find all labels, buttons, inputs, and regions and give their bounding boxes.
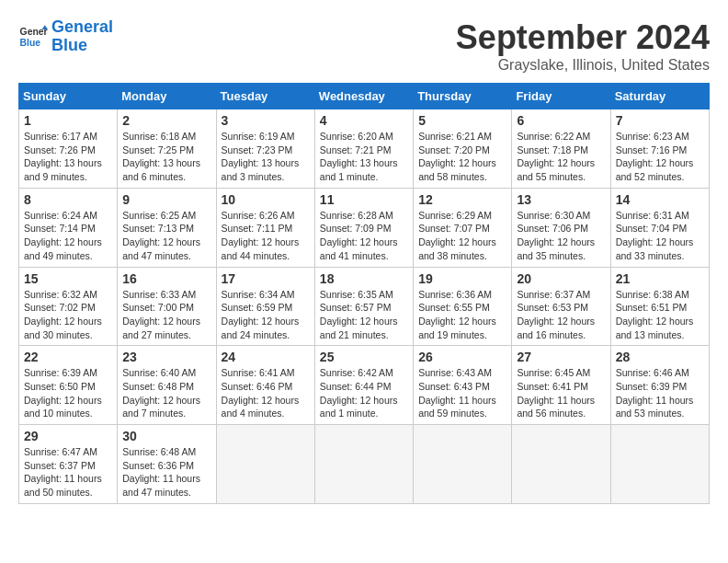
calendar-day-cell: 7Sunrise: 6:23 AM Sunset: 7:16 PM Daylig… [610,109,709,189]
day-number: 30 [122,429,210,443]
calendar-day-cell: 18Sunrise: 6:35 AM Sunset: 6:57 PM Dayli… [314,267,413,346]
day-number: 20 [517,271,605,286]
day-info: Sunrise: 6:32 AM Sunset: 7:02 PM Dayligh… [24,288,112,342]
calendar-day-cell [610,425,709,504]
calendar-day-cell: 1Sunrise: 6:17 AM Sunset: 7:26 PM Daylig… [19,109,118,189]
day-info: Sunrise: 6:47 AM Sunset: 6:37 PM Dayligh… [24,445,112,500]
calendar-day-header: Wednesday [314,84,413,109]
day-info: Sunrise: 6:26 AM Sunset: 7:11 PM Dayligh… [222,209,310,263]
calendar-day-cell: 24Sunrise: 6:41 AM Sunset: 6:46 PM Dayli… [216,346,314,425]
page-header: General Blue GeneralBlue September 2024 … [18,18,710,74]
calendar-day-cell: 29Sunrise: 6:47 AM Sunset: 6:37 PM Dayli… [19,425,118,504]
calendar-day-cell: 4Sunrise: 6:20 AM Sunset: 7:21 PM Daylig… [314,109,413,189]
calendar-day-header: Monday [118,84,216,109]
calendar-week-row: 29Sunrise: 6:47 AM Sunset: 6:37 PM Dayli… [19,425,710,504]
day-info: Sunrise: 6:45 AM Sunset: 6:41 PM Dayligh… [517,366,605,420]
day-info: Sunrise: 6:23 AM Sunset: 7:16 PM Dayligh… [616,130,704,184]
day-number: 9 [122,192,210,207]
calendar-day-cell: 9Sunrise: 6:25 AM Sunset: 7:13 PM Daylig… [118,188,216,267]
page-subtitle: Grayslake, Illinois, United States [456,57,710,74]
day-number: 22 [24,350,112,364]
day-info: Sunrise: 6:20 AM Sunset: 7:21 PM Dayligh… [320,130,408,184]
day-info: Sunrise: 6:24 AM Sunset: 7:14 PM Dayligh… [24,209,112,263]
calendar-day-header: Friday [512,84,610,109]
day-info: Sunrise: 6:42 AM Sunset: 6:44 PM Dayligh… [320,366,408,420]
day-info: Sunrise: 6:48 AM Sunset: 6:36 PM Dayligh… [122,445,210,500]
calendar-day-cell: 10Sunrise: 6:26 AM Sunset: 7:11 PM Dayli… [216,188,314,267]
day-number: 15 [24,271,112,286]
day-number: 16 [122,271,210,286]
calendar-day-cell: 27Sunrise: 6:45 AM Sunset: 6:41 PM Dayli… [512,346,610,425]
calendar-day-cell: 15Sunrise: 6:32 AM Sunset: 7:02 PM Dayli… [19,267,118,346]
calendar-day-cell: 14Sunrise: 6:31 AM Sunset: 7:04 PM Dayli… [610,188,709,267]
calendar-day-cell: 19Sunrise: 6:36 AM Sunset: 6:55 PM Dayli… [414,267,512,346]
calendar-header: SundayMondayTuesdayWednesdayThursdayFrid… [19,84,710,109]
page-title: September 2024 [456,18,710,57]
calendar-day-cell: 6Sunrise: 6:22 AM Sunset: 7:18 PM Daylig… [512,109,610,189]
calendar-day-cell: 13Sunrise: 6:30 AM Sunset: 7:06 PM Dayli… [512,188,610,267]
day-info: Sunrise: 6:43 AM Sunset: 6:43 PM Dayligh… [418,366,506,420]
logo: General Blue GeneralBlue [18,18,113,55]
day-info: Sunrise: 6:21 AM Sunset: 7:20 PM Dayligh… [418,130,506,184]
day-info: Sunrise: 6:31 AM Sunset: 7:04 PM Dayligh… [616,209,704,263]
calendar-day-header: Sunday [19,84,118,109]
calendar-day-cell: 25Sunrise: 6:42 AM Sunset: 6:44 PM Dayli… [314,346,413,425]
day-number: 1 [24,113,112,128]
calendar-day-cell: 30Sunrise: 6:48 AM Sunset: 6:36 PM Dayli… [118,425,216,504]
calendar-day-cell: 8Sunrise: 6:24 AM Sunset: 7:14 PM Daylig… [19,188,118,267]
day-number: 8 [24,192,112,207]
day-info: Sunrise: 6:29 AM Sunset: 7:07 PM Dayligh… [418,209,506,263]
day-number: 14 [616,192,704,207]
day-info: Sunrise: 6:35 AM Sunset: 6:57 PM Dayligh… [320,288,408,342]
day-info: Sunrise: 6:18 AM Sunset: 7:25 PM Dayligh… [122,130,210,184]
day-info: Sunrise: 6:36 AM Sunset: 6:55 PM Dayligh… [418,288,506,342]
calendar-day-cell: 3Sunrise: 6:19 AM Sunset: 7:23 PM Daylig… [216,109,314,189]
day-number: 29 [24,429,112,443]
calendar-day-header: Tuesday [216,84,314,109]
day-number: 28 [616,350,704,364]
day-info: Sunrise: 6:41 AM Sunset: 6:46 PM Dayligh… [222,366,310,420]
calendar-day-cell [512,425,610,504]
day-number: 26 [418,350,506,364]
calendar-day-cell [314,425,413,504]
calendar-day-cell: 16Sunrise: 6:33 AM Sunset: 7:00 PM Dayli… [118,267,216,346]
calendar-day-header: Saturday [610,84,709,109]
day-info: Sunrise: 6:40 AM Sunset: 6:48 PM Dayligh… [122,366,210,420]
day-number: 10 [222,192,310,207]
calendar-day-cell: 28Sunrise: 6:46 AM Sunset: 6:39 PM Dayli… [610,346,709,425]
calendar-day-cell: 20Sunrise: 6:37 AM Sunset: 6:53 PM Dayli… [512,267,610,346]
title-area: September 2024 Grayslake, Illinois, Unit… [456,18,710,74]
calendar-table: SundayMondayTuesdayWednesdayThursdayFrid… [18,83,710,504]
calendar-header-row: SundayMondayTuesdayWednesdayThursdayFrid… [19,84,710,109]
day-number: 2 [122,113,210,128]
day-number: 21 [616,271,704,286]
calendar-day-cell: 23Sunrise: 6:40 AM Sunset: 6:48 PM Dayli… [118,346,216,425]
day-info: Sunrise: 6:38 AM Sunset: 6:51 PM Dayligh… [616,288,704,342]
day-number: 27 [517,350,605,364]
day-info: Sunrise: 6:17 AM Sunset: 7:26 PM Dayligh… [24,130,112,184]
day-info: Sunrise: 6:39 AM Sunset: 6:50 PM Dayligh… [24,366,112,420]
logo-icon: General Blue [18,22,48,52]
day-number: 11 [320,192,408,207]
day-info: Sunrise: 6:25 AM Sunset: 7:13 PM Dayligh… [122,209,210,263]
day-number: 19 [418,271,506,286]
calendar-day-cell: 2Sunrise: 6:18 AM Sunset: 7:25 PM Daylig… [118,109,216,189]
day-info: Sunrise: 6:28 AM Sunset: 7:09 PM Dayligh… [320,209,408,263]
calendar-day-cell: 17Sunrise: 6:34 AM Sunset: 6:59 PM Dayli… [216,267,314,346]
calendar-day-cell: 22Sunrise: 6:39 AM Sunset: 6:50 PM Dayli… [19,346,118,425]
day-info: Sunrise: 6:19 AM Sunset: 7:23 PM Dayligh… [222,130,310,184]
day-number: 12 [418,192,506,207]
day-number: 3 [222,113,310,128]
day-info: Sunrise: 6:46 AM Sunset: 6:39 PM Dayligh… [616,366,704,420]
day-number: 7 [616,113,704,128]
calendar-day-header: Thursday [414,84,512,109]
day-info: Sunrise: 6:30 AM Sunset: 7:06 PM Dayligh… [517,209,605,263]
day-number: 18 [320,271,408,286]
day-number: 17 [222,271,310,286]
calendar-body: 1Sunrise: 6:17 AM Sunset: 7:26 PM Daylig… [19,109,710,504]
calendar-day-cell: 26Sunrise: 6:43 AM Sunset: 6:43 PM Dayli… [414,346,512,425]
day-number: 13 [517,192,605,207]
day-number: 23 [122,350,210,364]
calendar-day-cell: 21Sunrise: 6:38 AM Sunset: 6:51 PM Dayli… [610,267,709,346]
calendar-week-row: 8Sunrise: 6:24 AM Sunset: 7:14 PM Daylig… [19,188,710,267]
